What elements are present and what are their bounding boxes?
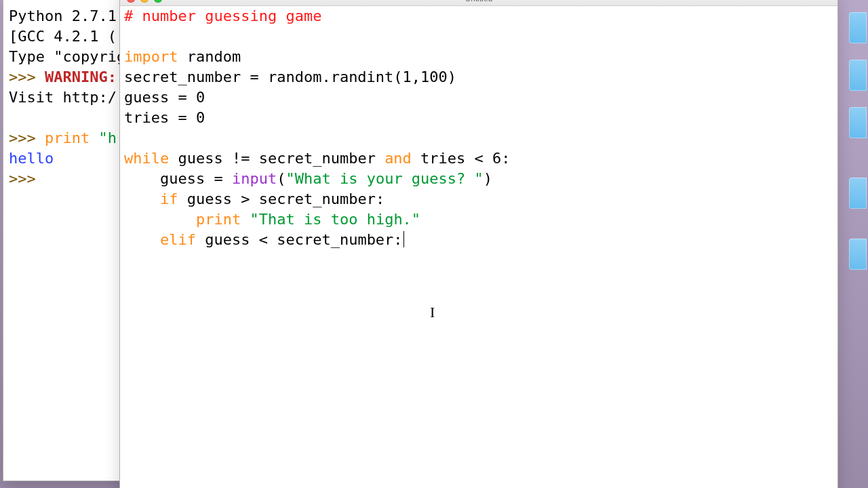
token-print: print	[45, 129, 90, 146]
close-icon[interactable]	[127, 0, 135, 3]
token-if: if	[160, 190, 178, 207]
shell-line: [GCC 4.2.1 (	[9, 28, 117, 45]
token-import: import	[124, 48, 178, 65]
token-input: input	[232, 170, 277, 187]
code-text	[124, 211, 196, 228]
shell-text	[90, 129, 98, 146]
editor-titlebar[interactable]: Untitled	[120, 0, 837, 6]
token-elif: elif	[160, 231, 196, 248]
shell-prompt: >>>	[9, 129, 45, 146]
code-text: guess =	[124, 170, 232, 187]
code-text: secret_number = random.randint(1,100)	[124, 68, 456, 85]
dock-tab	[849, 107, 867, 138]
shell-prompt: >>>	[9, 170, 45, 187]
shell-warning: WARNING:	[45, 68, 117, 85]
code-text: (	[277, 170, 285, 187]
dock-tab	[849, 239, 867, 270]
token-and: and	[384, 150, 412, 167]
editor-window[interactable]: Untitled # number guessing game import r…	[119, 0, 838, 488]
code-text	[241, 211, 250, 228]
code-text: tries = 0	[124, 109, 205, 126]
token-comment: # number guessing game	[124, 7, 321, 24]
text-cursor	[403, 231, 404, 247]
token-print: print	[196, 211, 241, 228]
shell-line: Type	[9, 48, 54, 65]
token-string: "That is too high."	[250, 211, 420, 228]
code-text: tries < 6:	[412, 150, 511, 167]
token-while: while	[124, 150, 169, 167]
mouse-cursor-ibeam: I	[430, 304, 435, 321]
minimize-icon[interactable]	[140, 0, 149, 3]
token-string: "h	[98, 129, 117, 146]
desktop: Python 2.7.1 [GCC 4.2.1 ( Type "copyrig …	[0, 0, 868, 488]
code-text	[124, 231, 160, 248]
token-string: "What is your guess? "	[285, 170, 483, 187]
code-text: guess != secret_number	[169, 150, 384, 167]
editor-content[interactable]: # number guessing game import random sec…	[120, 6, 837, 250]
editor-title: Untitled	[120, 0, 837, 3]
shell-output: hello	[9, 150, 54, 167]
code-text: guess > secret_number:	[178, 190, 384, 207]
code-text: )	[484, 170, 492, 187]
maximize-icon[interactable]	[154, 0, 162, 3]
window-controls	[127, 0, 162, 3]
dock-tab	[849, 12, 867, 43]
code-text: random	[178, 48, 241, 65]
dock-tab	[849, 60, 867, 91]
shell-line: "copyrig	[54, 48, 125, 65]
shell-line: Python 2.7.1	[9, 7, 117, 24]
code-text: guess = 0	[124, 89, 205, 106]
shell-line: Visit http:/	[9, 89, 117, 106]
code-text	[124, 190, 160, 207]
code-text: guess < secret_number:	[196, 231, 403, 248]
shell-prompt: >>>	[9, 68, 45, 85]
dock-tab	[849, 178, 867, 209]
